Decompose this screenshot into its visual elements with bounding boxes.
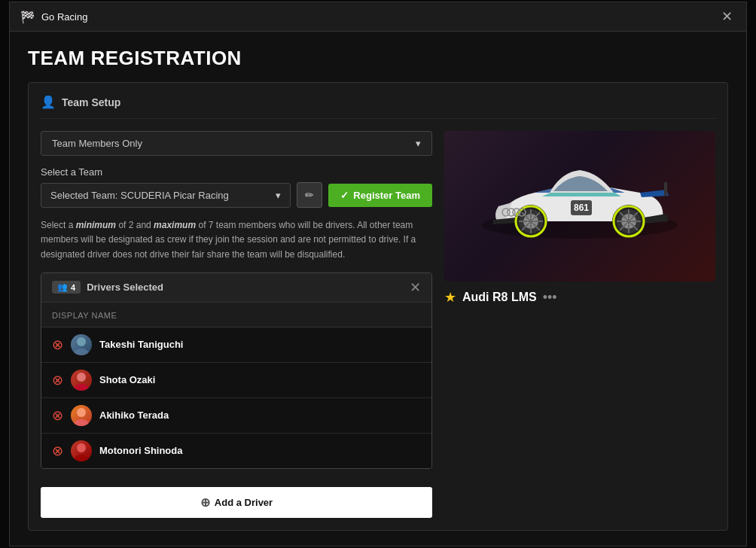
- svg-point-4: [77, 408, 86, 417]
- svg-point-2: [77, 373, 86, 382]
- remove-driver-2-button[interactable]: ⊗: [52, 409, 63, 422]
- card-header-title: Team Setup: [62, 96, 120, 108]
- driver-avatar-3: [71, 440, 92, 461]
- car-name-row: ★ Audi R8 LMS •••: [444, 282, 715, 309]
- drivers-col-header: Display Name: [41, 302, 431, 327]
- modal-body: TEAM REGISTRATION 👤 Team Setup Team Memb…: [10, 32, 746, 546]
- page-title: TEAM REGISTRATION: [28, 47, 728, 70]
- driver-avatar-2: [71, 405, 92, 426]
- drivers-box: 👥 4 Drivers Selected ✕ Display Name: [41, 272, 432, 469]
- driver-row: ⊗ Takeshi Taniguchi: [41, 327, 431, 363]
- add-driver-label: Add a Driver: [215, 497, 273, 508]
- drivers-count-badge: 👥 4: [52, 281, 81, 294]
- close-button[interactable]: ✕: [718, 8, 736, 25]
- select-team-section: Select a Team Selected Team: SCUDERIA Pi…: [41, 166, 432, 208]
- svg-rect-9: [664, 182, 667, 196]
- add-driver-icon: ⊕: [200, 495, 210, 510]
- clear-drivers-button[interactable]: ✕: [410, 281, 421, 294]
- filter-chevron-icon: ▾: [416, 138, 421, 149]
- register-team-button[interactable]: ✓ Register Team: [328, 184, 432, 207]
- modal-window: 🏁 Go Racing ✕ TEAM REGISTRATION 👤 Team S…: [9, 2, 747, 546]
- team-setup-icon: 👤: [41, 95, 56, 109]
- driver-name-1: Shota Ozaki: [99, 374, 155, 385]
- edit-team-button[interactable]: ✏: [297, 182, 322, 208]
- remove-driver-3-button[interactable]: ⊗: [52, 444, 63, 458]
- driver-name-2: Akihiko Terada: [99, 409, 169, 421]
- car-name: Audi R8 LMS: [462, 291, 537, 304]
- filter-dropdown-value: Team Members Only: [52, 138, 142, 149]
- svg-point-1: [74, 349, 89, 355]
- driver-avatar-1: [71, 370, 92, 391]
- svg-point-7: [74, 455, 89, 461]
- team-dropdown-value: Selected Team: SCUDERIA Picar Racing: [50, 190, 229, 201]
- driver-row: ⊗ Motonori Shinoda: [41, 434, 431, 468]
- remove-driver-1-button[interactable]: ⊗: [52, 373, 63, 387]
- svg-point-5: [74, 419, 89, 426]
- left-panel: Team Members Only ▾ Select a Team Select…: [41, 131, 432, 518]
- team-setup-card: 👤 Team Setup Team Members Only ▾ Sel: [28, 82, 728, 531]
- drivers-count-icon: 👥: [57, 282, 68, 292]
- drivers-count: 4: [71, 283, 75, 292]
- drivers-header: 👥 4 Drivers Selected ✕: [41, 273, 431, 302]
- svg-point-3: [74, 384, 89, 391]
- right-panel: 861 ★ Audi R8 LMS •••: [444, 131, 715, 518]
- driver-row: ⊗ Shota Ozaki: [41, 363, 431, 398]
- team-dropdown[interactable]: Selected Team: SCUDERIA Picar Racing ▾: [41, 183, 291, 208]
- drivers-header-left: 👥 4 Drivers Selected: [52, 281, 163, 294]
- team-select-row: Selected Team: SCUDERIA Picar Racing ▾ ✏…: [41, 182, 432, 208]
- svg-point-0: [77, 337, 86, 346]
- drivers-selected-label: Drivers Selected: [87, 282, 163, 293]
- register-check-icon: ✓: [340, 190, 349, 201]
- car-more-options-icon[interactable]: •••: [543, 290, 557, 306]
- car-image-box: 861: [444, 131, 715, 282]
- driver-name-0: Takeshi Taniguchi: [99, 339, 183, 350]
- col-display-name: Display Name: [52, 311, 117, 320]
- flag-icon: 🏁: [20, 10, 35, 24]
- filter-dropdown[interactable]: Team Members Only ▾: [41, 131, 432, 156]
- select-team-label: Select a Team: [41, 166, 432, 178]
- titlebar-left: 🏁 Go Racing: [20, 10, 87, 24]
- filter-dropdown-row: Team Members Only ▾: [41, 131, 432, 156]
- driver-name-3: Motonori Shinoda: [99, 445, 182, 456]
- main-content: Team Members Only ▾ Select a Team Select…: [41, 131, 715, 518]
- modal-titlebar: 🏁 Go Racing ✕: [10, 2, 746, 32]
- driver-row: ⊗ Akihiko Terada: [41, 398, 431, 434]
- remove-driver-0-button[interactable]: ⊗: [52, 338, 63, 352]
- driver-avatar-0: [71, 334, 92, 355]
- window-title: Go Racing: [41, 11, 87, 23]
- svg-point-6: [77, 443, 86, 452]
- register-btn-label: Register Team: [353, 190, 420, 201]
- car-svg: 861: [459, 146, 700, 266]
- team-dropdown-chevron: ▾: [276, 190, 281, 201]
- svg-text:861: 861: [574, 202, 589, 213]
- card-header: 👤 Team Setup: [41, 95, 715, 119]
- info-text: Select a minimum of 2 and maximum of 7 t…: [41, 218, 432, 262]
- car-favorite-icon: ★: [444, 289, 456, 306]
- add-driver-button[interactable]: ⊕ Add a Driver: [41, 487, 432, 518]
- drivers-list: ⊗ Takeshi Taniguchi ⊗: [41, 327, 431, 468]
